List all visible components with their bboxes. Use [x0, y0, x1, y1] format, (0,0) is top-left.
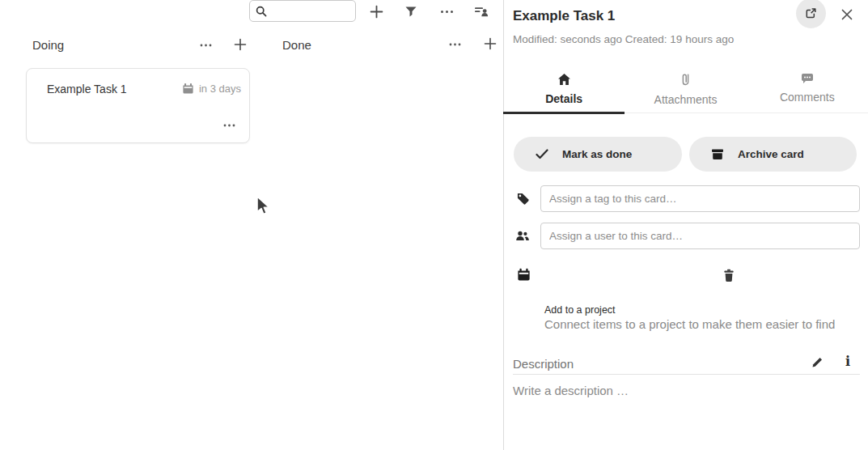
tab-label: Comments [780, 91, 835, 104]
card-title: Example Task 1 [47, 83, 127, 96]
calendar-icon [182, 83, 194, 95]
panel-card-meta: Modified: seconds ago Created: 19 hours … [513, 33, 734, 45]
remove-due-date-button[interactable] [718, 265, 739, 286]
archive-card-button[interactable]: Archive card [689, 137, 857, 172]
add-icon [234, 38, 247, 51]
search-input[interactable] [268, 3, 349, 19]
assignees-view-icon [474, 5, 489, 18]
card-due-date: in 3 days [182, 83, 241, 95]
tab-details[interactable]: Details [503, 69, 625, 112]
add-icon [370, 5, 383, 19]
search-entry[interactable] [249, 0, 356, 22]
board-menu-button[interactable] [436, 1, 457, 22]
mark-as-done-button[interactable]: Mark as done [514, 137, 682, 172]
assign-tag-input[interactable] [540, 185, 860, 212]
search-icon [255, 5, 268, 18]
assign-user-input[interactable] [540, 223, 860, 249]
home-icon [557, 73, 571, 86]
calendar-icon [517, 268, 531, 282]
description-editor[interactable]: Write a description … [513, 384, 629, 397]
panel-tabbar: Details Attachments Comments [503, 69, 868, 113]
description-info-button[interactable]: i [838, 351, 857, 371]
tab-label: Attachments [654, 93, 718, 106]
column-doing-add-button[interactable] [230, 34, 251, 55]
panel-card-title: Example Task 1 [513, 8, 615, 24]
trash-icon [722, 269, 735, 282]
app-window: Doing Done Example Task 1 [0, 0, 868, 450]
open-in-new-window-icon [804, 6, 818, 20]
edit-description-button[interactable] [807, 352, 827, 371]
card-details-panel: Example Task 1 Modified: seconds ago Cre… [503, 0, 868, 450]
archive-icon [711, 148, 724, 160]
kanban-board: Doing Done Example Task 1 [0, 0, 503, 450]
add-card-button[interactable] [366, 1, 387, 22]
column-title-done: Done [282, 38, 311, 52]
more-icon [440, 10, 454, 14]
edit-pencil-icon [811, 356, 824, 368]
active-tab-indicator [503, 112, 625, 114]
add-to-project-subtitle: Connect items to a project to make them … [544, 317, 835, 331]
users-icon [515, 229, 530, 243]
more-icon [449, 43, 461, 46]
description-label: Description [513, 357, 574, 371]
card-menu-button[interactable] [218, 115, 239, 136]
more-icon [200, 44, 212, 47]
filter-button[interactable] [400, 1, 421, 22]
more-icon [223, 124, 235, 127]
tag-icon [516, 192, 530, 206]
open-in-new-window-button[interactable] [796, 0, 826, 28]
column-done-menu-button[interactable] [444, 34, 465, 55]
column-doing-menu-button[interactable] [195, 35, 216, 56]
comments-icon [801, 73, 814, 84]
task-card[interactable]: Example Task 1 in 3 days [26, 68, 250, 143]
mark-as-done-label: Mark as done [562, 148, 632, 160]
archive-card-label: Archive card [738, 148, 804, 160]
filter-icon [404, 6, 417, 18]
card-due-label: in 3 days [199, 83, 241, 95]
tab-comments[interactable]: Comments [747, 69, 868, 112]
close-panel-button[interactable] [838, 6, 856, 23]
check-icon [536, 149, 548, 159]
column-title-doing: Doing [32, 38, 64, 52]
add-to-project-title[interactable]: Add to a project [544, 304, 616, 316]
add-icon [484, 37, 497, 50]
tab-label: Details [545, 92, 582, 105]
column-done-add-button[interactable] [480, 33, 501, 54]
info-icon: i [845, 354, 850, 369]
tab-attachments[interactable]: Attachments [625, 69, 746, 112]
close-icon [840, 8, 853, 21]
description-separator [513, 374, 860, 375]
mouse-cursor [256, 195, 273, 220]
assignees-view-button[interactable] [471, 1, 492, 22]
paperclip-icon [680, 73, 691, 87]
